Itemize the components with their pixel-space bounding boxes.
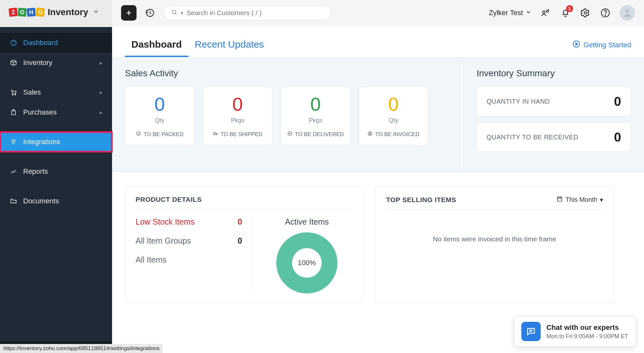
settings-button[interactable] (580, 7, 591, 19)
card-to-be-invoiced[interactable]: 0 Qty TO BE INVOICED (359, 87, 428, 145)
card-unit: Pkgs (286, 117, 346, 124)
svg-rect-16 (213, 133, 216, 135)
refer-button[interactable] (540, 7, 551, 19)
row-low-stock[interactable]: Low Stock Items 0 (136, 217, 242, 227)
sidebar-item-label: Reports (23, 167, 48, 176)
inv-row-to-receive[interactable]: QUANTITY TO BE RECEIVED 0 (477, 123, 631, 152)
row-label: All Items (136, 255, 166, 265)
card-label: TO BE DELIVERED (295, 131, 344, 138)
getting-started-label: Getting Started (583, 41, 631, 49)
chart-icon (10, 168, 17, 175)
notifications-button[interactable]: 1 (560, 7, 571, 19)
svg-point-15 (137, 132, 140, 135)
quick-add-button[interactable] (121, 5, 137, 21)
search-input[interactable] (186, 9, 324, 17)
sales-activity-cards: 0 Qty TO BE PACKED 0 Pkgs TO BE SHIPPED (125, 87, 450, 145)
product-details-panel: PRODUCT DETAILS Low Stock Items 0 All It… (125, 186, 363, 303)
svg-rect-24 (557, 197, 562, 201)
card-unit: Qty (130, 117, 190, 124)
chevron-down-icon (526, 9, 531, 17)
period-label: This Month (565, 196, 597, 203)
org-name: Zylker Test (489, 9, 523, 17)
inv-row-in-hand[interactable]: QUANTITY IN HAND 0 (477, 87, 631, 116)
sidebar-item-label: Dashboard (23, 39, 58, 47)
org-switcher[interactable]: Zylker Test (489, 9, 531, 17)
sidebar-item-documents[interactable]: Documents (0, 191, 112, 211)
svg-point-9 (584, 12, 587, 14)
inv-value: 0 (614, 130, 621, 144)
svg-point-22 (290, 133, 291, 134)
row-label: All Item Groups (136, 236, 191, 246)
inv-label: QUANTITY IN HAND (487, 98, 550, 105)
card-value: 0 (286, 95, 346, 114)
tab-dashboard[interactable]: Dashboard (125, 33, 188, 57)
sidebar-item-purchases[interactable]: Purchases ▸ (0, 102, 112, 122)
sidebar-item-dashboard[interactable]: Dashboard (0, 33, 112, 53)
row-value: 0 (238, 217, 242, 227)
status-bar-url: https://inventory.zoho.com/app/695118651… (0, 344, 163, 353)
inv-value: 0 (614, 94, 621, 109)
top-selling-title: TOP SELLING ITEMS (386, 196, 456, 204)
sidebar-item-label: Inventory (23, 59, 52, 67)
sidebar-item-sales[interactable]: Sales ▸ (0, 82, 112, 102)
svg-point-18 (216, 134, 217, 135)
sidebar-item-inventory[interactable]: Inventory ▸ (0, 53, 112, 73)
sidebar: Z O H O Inventory Dashboard Invent (0, 0, 112, 353)
tab-recent-updates[interactable]: Recent Updates (188, 33, 270, 57)
sidebar-item-label: Sales (23, 88, 41, 97)
sidebar-item-reports[interactable]: Reports (0, 162, 112, 181)
gauge-icon (10, 39, 17, 47)
svg-point-20 (289, 133, 289, 134)
row-value: 0 (238, 236, 242, 246)
chat-hours: Mon to Fri 9:00AM - 9:00PM ET (546, 333, 628, 340)
sidebar-item-integrations[interactable]: Integrations (0, 132, 112, 152)
card-label: TO BE INVOICED (375, 131, 420, 138)
card-value: 0 (130, 95, 190, 114)
svg-point-11 (605, 15, 606, 15)
card-label: TO BE SHIPPED (221, 131, 262, 138)
caret-right-icon: ▸ (100, 60, 102, 66)
card-to-be-shipped[interactable]: 0 Pkgs TO BE SHIPPED (203, 87, 272, 145)
getting-started-button[interactable]: Getting Started (573, 40, 631, 50)
top-selling-empty: No items were invoiced in this time fram… (386, 218, 603, 245)
play-circle-icon (573, 40, 580, 50)
brand-name: Inventory (48, 7, 88, 17)
svg-point-8 (546, 10, 548, 12)
help-button[interactable] (600, 7, 611, 19)
dollar-circle-icon (367, 131, 373, 138)
donut-title: Active Items (285, 217, 329, 227)
active-items-chart: Active Items 100% (261, 217, 353, 293)
svg-marker-14 (576, 43, 578, 45)
chevron-down-icon (93, 8, 99, 16)
row-all-items[interactable]: All Items (136, 255, 242, 265)
topbar: ▾ Zylker Test 1 (112, 0, 644, 26)
history-button[interactable] (143, 6, 157, 20)
svg-point-12 (625, 9, 629, 13)
search-icon (171, 9, 177, 17)
chat-title: Chat with our experts (546, 323, 628, 332)
brand-switcher[interactable]: Z O H O Inventory (0, 0, 112, 27)
chat-widget[interactable]: Chat with our experts Mon to Fri 9:00AM … (514, 316, 636, 347)
tabs: Dashboard Recent Updates Getting Started (112, 26, 644, 57)
caret-down-icon[interactable]: ▾ (181, 10, 183, 16)
svg-point-21 (289, 133, 290, 134)
row-label: Low Stock Items (136, 217, 194, 227)
period-picker[interactable]: This Month ▾ (556, 196, 603, 204)
product-details-title: PRODUCT DETAILS (136, 196, 202, 203)
card-to-be-packed[interactable]: 0 Qty TO BE PACKED (125, 87, 194, 145)
card-unit: Qty (364, 117, 423, 124)
plug-icon (10, 138, 17, 146)
calendar-icon (556, 196, 563, 204)
sidebar-item-label: Purchases (23, 108, 57, 116)
folder-icon (10, 197, 17, 205)
caret-right-icon: ▸ (100, 109, 102, 116)
sales-activity-title: Sales Activity (125, 68, 450, 79)
avatar[interactable] (620, 5, 635, 21)
svg-point-2 (15, 94, 16, 95)
inv-label: QUANTITY TO BE RECEIVED (487, 134, 578, 141)
row-all-groups[interactable]: All Item Groups 0 (136, 236, 242, 246)
inventory-summary-section: Inventory Summary QUANTITY IN HAND 0 QUA… (464, 57, 644, 172)
card-to-be-delivered[interactable]: 0 Pkgs TO BE DELIVERED (281, 87, 350, 145)
zoho-logo: Z O H O (9, 8, 44, 16)
search-box[interactable]: ▾ (164, 5, 331, 20)
